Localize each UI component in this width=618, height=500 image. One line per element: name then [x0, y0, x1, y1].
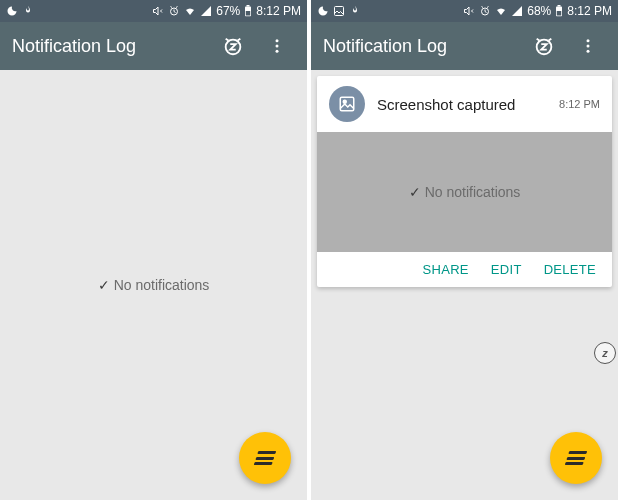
- signal-icon: [200, 5, 212, 17]
- preview-empty-state: ✓ No notifications: [409, 184, 521, 200]
- flame-icon: [349, 5, 361, 17]
- moon-icon: [317, 5, 329, 17]
- battery-percent: 68%: [527, 4, 551, 18]
- fab-button[interactable]: [239, 432, 291, 484]
- empty-state-text: No notifications: [114, 277, 210, 293]
- card-header: Screenshot captured 8:12 PM: [317, 76, 612, 132]
- status-left-icons: [317, 5, 361, 17]
- card-time: 8:12 PM: [559, 98, 600, 110]
- overflow-menu-button[interactable]: [259, 28, 295, 64]
- content-area: Screenshot captured 8:12 PM ✓ No notific…: [311, 70, 618, 500]
- snooze-button[interactable]: [526, 28, 562, 64]
- app-title: Notification Log: [12, 36, 207, 57]
- snooze-button[interactable]: [215, 28, 251, 64]
- card-title: Screenshot captured: [377, 96, 547, 113]
- svg-rect-2: [247, 5, 250, 7]
- app-bar: Notification Log: [0, 22, 307, 70]
- svg-point-7: [276, 50, 279, 53]
- status-right-icons: 68% 8:12 PM: [463, 4, 612, 18]
- svg-point-5: [276, 39, 279, 42]
- screenshot-app-icon: [329, 86, 365, 122]
- status-bar: 67% 8:12 PM: [0, 0, 307, 22]
- mute-icon: [463, 5, 475, 17]
- svg-rect-8: [335, 7, 344, 16]
- empty-state: ✓ No notifications: [98, 277, 210, 293]
- svg-rect-17: [340, 97, 354, 111]
- content-area: ✓ No notifications: [0, 70, 307, 500]
- overflow-menu-button[interactable]: [570, 28, 606, 64]
- filter-icon: [254, 451, 277, 465]
- battery-percent: 67%: [216, 4, 240, 18]
- clock-text: 8:12 PM: [256, 4, 301, 18]
- flame-icon: [22, 5, 34, 17]
- moon-icon: [6, 5, 18, 17]
- floating-snooze-badge[interactable]: z: [594, 342, 616, 364]
- svg-rect-12: [557, 11, 562, 16]
- phone-right: 68% 8:12 PM Notification Log Screenshot …: [311, 0, 618, 500]
- share-button[interactable]: SHARE: [423, 262, 469, 277]
- clock-text: 8:12 PM: [567, 4, 612, 18]
- notification-card[interactable]: Screenshot captured 8:12 PM ✓ No notific…: [317, 76, 612, 287]
- svg-point-15: [587, 45, 590, 48]
- svg-point-6: [276, 45, 279, 48]
- signal-icon: [511, 5, 523, 17]
- wifi-icon: [495, 5, 507, 17]
- card-actions: SHARE EDIT DELETE: [317, 252, 612, 287]
- preview-empty-text: No notifications: [425, 184, 521, 200]
- svg-rect-11: [558, 5, 561, 7]
- app-title: Notification Log: [323, 36, 518, 57]
- alarm-icon: [479, 5, 491, 17]
- filter-icon: [565, 451, 588, 465]
- edit-button[interactable]: EDIT: [491, 262, 522, 277]
- fab-button[interactable]: [550, 432, 602, 484]
- svg-rect-3: [246, 11, 251, 16]
- app-bar: Notification Log: [311, 22, 618, 70]
- alarm-icon: [168, 5, 180, 17]
- phone-left: 67% 8:12 PM Notification Log ✓ No notifi…: [0, 0, 307, 500]
- status-left-icons: [6, 5, 34, 17]
- check-icon: ✓: [409, 184, 421, 200]
- svg-point-16: [587, 50, 590, 53]
- svg-point-14: [587, 39, 590, 42]
- check-icon: ✓: [98, 277, 110, 293]
- image-icon: [333, 5, 345, 17]
- battery-icon: [244, 5, 252, 17]
- status-bar: 68% 8:12 PM: [311, 0, 618, 22]
- svg-point-18: [343, 100, 346, 103]
- mute-icon: [152, 5, 164, 17]
- wifi-icon: [184, 5, 196, 17]
- status-right-icons: 67% 8:12 PM: [152, 4, 301, 18]
- battery-icon: [555, 5, 563, 17]
- card-preview-image: ✓ No notifications: [317, 132, 612, 252]
- delete-button[interactable]: DELETE: [544, 262, 596, 277]
